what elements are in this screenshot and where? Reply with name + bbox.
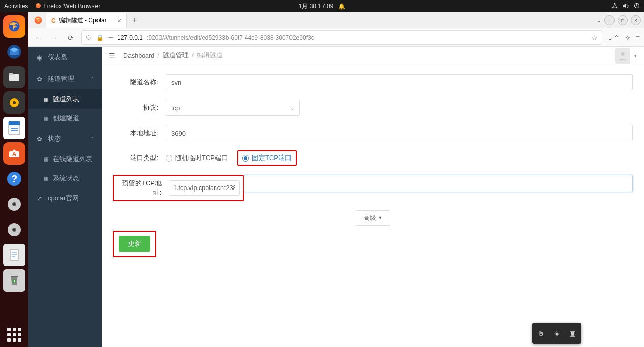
extensions-icon[interactable]: ✧ bbox=[625, 34, 631, 42]
bookmark-star-icon[interactable]: ☆ bbox=[591, 34, 598, 42]
external-link-icon: ↗ bbox=[36, 195, 43, 202]
app-indicator[interactable]: Firefox Web Browser bbox=[35, 3, 100, 10]
dock-files[interactable] bbox=[3, 66, 25, 88]
svg-rect-13 bbox=[9, 121, 20, 125]
svg-text:?: ? bbox=[11, 173, 17, 184]
url-path: :9200/#/tunnels/edit/ed52933b-60f7-44c9-… bbox=[147, 34, 314, 41]
tab-title: 编辑隧道 - Cpolar bbox=[59, 16, 107, 25]
browser-tab-active[interactable]: C 编辑隧道 - Cpolar × bbox=[46, 13, 127, 28]
sidebar-dashboard[interactable]: ◉ 仪表盘 bbox=[28, 47, 102, 68]
tray-icon-3[interactable]: ▣ bbox=[569, 329, 576, 337]
power-icon[interactable] bbox=[634, 3, 640, 10]
highlight-fixed-port: 固定TCP端口 bbox=[237, 150, 297, 166]
chevron-down-icon: ⌄ bbox=[290, 105, 294, 111]
list-icon: ▦ bbox=[44, 156, 49, 162]
dock-disc2[interactable] bbox=[3, 218, 25, 241]
volume-icon[interactable] bbox=[623, 3, 629, 10]
highlight-reserved-tcp: 预留的TCP地址: bbox=[113, 175, 244, 201]
svg-point-33 bbox=[621, 52, 624, 55]
tray-icon-1[interactable]: 🖱 bbox=[537, 329, 544, 337]
shield-icon[interactable]: 🛡 bbox=[86, 34, 92, 41]
tab-close-icon[interactable]: × bbox=[117, 17, 121, 25]
tunnel-name-input[interactable] bbox=[166, 74, 633, 90]
sidebar-cpolar-site[interactable]: ↗ cpolar官网 bbox=[28, 188, 102, 208]
sidebar-online-list[interactable]: ▦ 在线隧道列表 bbox=[28, 149, 102, 169]
pocket-icon[interactable]: ⌄⌃ bbox=[607, 34, 620, 42]
sidebar-tunnel-mgmt[interactable]: ✿ 隧道管理 ⌃ bbox=[28, 68, 102, 89]
svg-point-11 bbox=[13, 101, 16, 104]
user-avatar[interactable] bbox=[615, 48, 630, 64]
update-button[interactable]: 更新 bbox=[119, 236, 150, 252]
toolbar: ← → ⟳ 🛡 🔒 ⊶ 127.0.0.1:9200/#/tunnels/edi… bbox=[28, 28, 644, 47]
dock-rhythmbox[interactable] bbox=[3, 91, 25, 114]
list-icon: ▦ bbox=[44, 116, 49, 121]
new-tab-button[interactable]: + bbox=[128, 16, 141, 25]
reserved-tcp-input[interactable] bbox=[169, 180, 240, 196]
chevron-down-icon: ⌃ bbox=[90, 76, 94, 82]
window-close-button[interactable]: × bbox=[631, 15, 641, 25]
port-type-label: 端口类型: bbox=[113, 153, 158, 163]
connection-icon: ⊶ bbox=[108, 34, 113, 41]
local-addr-label: 本地地址: bbox=[113, 129, 158, 138]
radio-fixed-port[interactable]: 固定TCP端口 bbox=[242, 153, 292, 163]
reload-button[interactable]: ⟳ bbox=[65, 32, 76, 43]
svg-rect-9 bbox=[9, 73, 13, 75]
breadcrumb-dashboard[interactable]: Dashboard bbox=[123, 52, 154, 59]
local-addr-input[interactable] bbox=[166, 125, 633, 141]
lock-icon[interactable]: 🔒 bbox=[96, 34, 104, 41]
sidebar-status[interactable]: ✿ 状态 ⌃ bbox=[28, 128, 102, 149]
dock-show-applications[interactable] bbox=[0, 328, 28, 342]
protocol-label: 协议: bbox=[113, 103, 158, 112]
hamburger-icon[interactable]: ☰ bbox=[109, 52, 115, 60]
breadcrumb-tunnel-mgmt[interactable]: 隧道管理 bbox=[163, 51, 189, 60]
reserved-tcp-outer-field[interactable] bbox=[244, 175, 633, 192]
protocol-select[interactable]: tcp ⌄ bbox=[166, 100, 300, 116]
clock[interactable]: 1月 30 17:09 bbox=[299, 2, 334, 11]
window-minimize-button[interactable]: – bbox=[604, 15, 615, 25]
url-bar[interactable]: 🛡 🔒 ⊶ 127.0.0.1:9200/#/tunnels/edit/ed52… bbox=[81, 30, 602, 45]
tabs-dropdown-icon[interactable]: ⌄ bbox=[596, 17, 601, 24]
activities-button[interactable]: Activities bbox=[4, 3, 28, 10]
highlight-update: 更新 bbox=[113, 231, 156, 257]
status-icon: ✿ bbox=[36, 135, 43, 143]
url-host: 127.0.0.1 bbox=[117, 34, 143, 41]
firefox-icon bbox=[35, 3, 41, 10]
dock-disc1[interactable] bbox=[3, 193, 25, 215]
svg-text:A: A bbox=[12, 151, 17, 158]
dock-thunderbird[interactable] bbox=[3, 41, 25, 63]
sidebar-system-status[interactable]: ▦ 系统状态 bbox=[28, 169, 102, 188]
svg-point-22 bbox=[13, 203, 15, 205]
window-maximize-button[interactable]: □ bbox=[618, 15, 628, 25]
svg-rect-30 bbox=[11, 276, 18, 277]
tab-favicon: C bbox=[51, 17, 56, 24]
dock-help[interactable]: ? bbox=[3, 168, 25, 190]
radio-random-port[interactable]: 随机临时TCP端口 bbox=[166, 153, 228, 163]
dock-software[interactable]: A bbox=[3, 142, 25, 165]
dock-texteditor[interactable] bbox=[3, 244, 25, 266]
svg-rect-8 bbox=[9, 74, 19, 81]
advanced-button[interactable]: 高级 ▼ bbox=[356, 210, 391, 226]
user-menu-caret[interactable]: ▾ bbox=[634, 53, 637, 58]
dock-firefox[interactable] bbox=[3, 15, 25, 38]
dock-trash[interactable] bbox=[3, 269, 25, 292]
app-menu-icon[interactable]: ≡ bbox=[636, 34, 640, 42]
tray-icon-2[interactable]: ◈ bbox=[554, 329, 560, 337]
app-sidebar: ◉ 仪表盘 ✿ 隧道管理 ⌃ ▦ 隧道列表 ▦ 创建隧道 ✿ 状态 ⌃ bbox=[28, 47, 102, 347]
notification-icon[interactable]: 🔔 bbox=[338, 3, 345, 10]
network-icon[interactable] bbox=[611, 3, 618, 10]
chevron-down-icon: ⌃ bbox=[90, 136, 94, 142]
back-button[interactable]: ← bbox=[33, 32, 44, 43]
forward-button[interactable]: → bbox=[49, 32, 60, 43]
sidebar-create-tunnel[interactable]: ▦ 创建隧道 bbox=[28, 109, 102, 128]
list-icon: ▦ bbox=[44, 176, 49, 181]
tab-strip: C 编辑隧道 - Cpolar × + ⌄ – □ × bbox=[28, 12, 644, 28]
dock-libreoffice-writer[interactable] bbox=[3, 117, 25, 139]
ubuntu-dock: A ? bbox=[0, 12, 28, 347]
gnome-topbar: Activities Firefox Web Browser 1月 30 17:… bbox=[0, 0, 644, 12]
main-content: ☰ Dashboard / 隧道管理 / 编辑隧道 ▾ 隧道名称: 协议: bbox=[102, 47, 644, 347]
firefox-home-icon[interactable] bbox=[31, 14, 45, 27]
system-tray[interactable]: 🖱 ◈ ▣ bbox=[532, 323, 581, 344]
svg-point-25 bbox=[13, 229, 15, 231]
caret-down-icon: ▼ bbox=[378, 215, 383, 220]
sidebar-tunnel-list[interactable]: ▦ 隧道列表 bbox=[28, 89, 102, 109]
